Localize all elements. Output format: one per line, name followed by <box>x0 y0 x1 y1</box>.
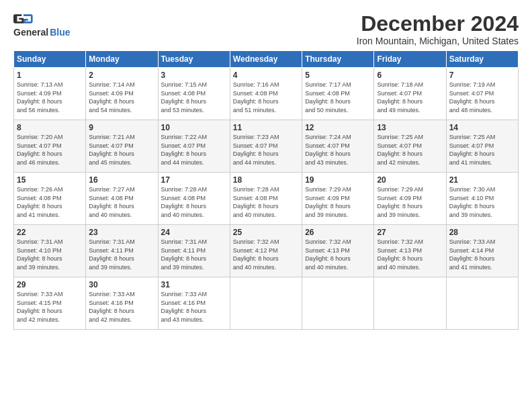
day-number: 20 <box>377 175 443 185</box>
day-detail: Sunrise: 7:33 AM Sunset: 4:14 PM Dayligh… <box>449 238 515 271</box>
day-number: 25 <box>233 228 299 237</box>
calendar-cell <box>374 277 446 330</box>
day-number: 6 <box>377 71 443 80</box>
day-number: 1 <box>17 71 83 80</box>
day-detail: Sunrise: 7:29 AM Sunset: 4:09 PM Dayligh… <box>305 185 371 219</box>
header: General Blue December 2024 Iron Mountain… <box>13 12 519 46</box>
day-number: 2 <box>89 71 154 80</box>
day-number: 9 <box>89 123 154 132</box>
weekday-header-tuesday: Tuesday <box>158 51 230 68</box>
calendar-cell: 12Sunrise: 7:24 AM Sunset: 4:07 PM Dayli… <box>302 120 374 173</box>
calendar-cell: 23Sunrise: 7:31 AM Sunset: 4:11 PM Dayli… <box>86 225 158 277</box>
day-detail: Sunrise: 7:13 AM Sunset: 4:09 PM Dayligh… <box>17 81 83 114</box>
day-detail: Sunrise: 7:18 AM Sunset: 4:07 PM Dayligh… <box>377 81 443 114</box>
day-number: 4 <box>233 71 299 80</box>
calendar-cell: 13Sunrise: 7:25 AM Sunset: 4:07 PM Dayli… <box>374 120 446 173</box>
day-number: 24 <box>161 228 227 237</box>
calendar-cell: 28Sunrise: 7:33 AM Sunset: 4:14 PM Dayli… <box>446 225 518 277</box>
day-number: 21 <box>449 175 515 185</box>
calendar-cell: 1Sunrise: 7:13 AM Sunset: 4:09 PM Daylig… <box>14 68 86 120</box>
calendar-cell: 22Sunrise: 7:31 AM Sunset: 4:10 PM Dayli… <box>14 225 86 277</box>
day-detail: Sunrise: 7:25 AM Sunset: 4:07 PM Dayligh… <box>449 133 515 167</box>
day-number: 23 <box>89 228 154 237</box>
day-detail: Sunrise: 7:26 AM Sunset: 4:08 PM Dayligh… <box>17 185 83 219</box>
page: General Blue December 2024 Iron Mountain… <box>0 0 532 411</box>
calendar-cell <box>446 277 518 330</box>
day-detail: Sunrise: 7:16 AM Sunset: 4:08 PM Dayligh… <box>233 81 299 114</box>
day-detail: Sunrise: 7:33 AM Sunset: 4:16 PM Dayligh… <box>89 290 154 324</box>
logo-icon <box>13 12 34 26</box>
calendar-cell: 4Sunrise: 7:16 AM Sunset: 4:08 PM Daylig… <box>230 68 302 120</box>
day-number: 11 <box>233 123 299 132</box>
day-number: 31 <box>161 280 227 289</box>
day-number: 16 <box>89 175 154 185</box>
calendar-week-4: 22Sunrise: 7:31 AM Sunset: 4:10 PM Dayli… <box>14 225 519 277</box>
day-detail: Sunrise: 7:32 AM Sunset: 4:13 PM Dayligh… <box>305 238 371 271</box>
day-number: 10 <box>161 123 227 132</box>
calendar-cell: 11Sunrise: 7:23 AM Sunset: 4:07 PM Dayli… <box>230 120 302 173</box>
calendar-cell <box>302 277 374 330</box>
day-detail: Sunrise: 7:14 AM Sunset: 4:09 PM Dayligh… <box>89 81 154 114</box>
day-number: 30 <box>89 280 154 289</box>
calendar-cell: 30Sunrise: 7:33 AM Sunset: 4:16 PM Dayli… <box>86 277 158 330</box>
day-detail: Sunrise: 7:31 AM Sunset: 4:10 PM Dayligh… <box>17 238 83 271</box>
day-detail: Sunrise: 7:20 AM Sunset: 4:07 PM Dayligh… <box>17 133 83 167</box>
calendar-cell: 19Sunrise: 7:29 AM Sunset: 4:09 PM Dayli… <box>302 173 374 225</box>
calendar-cell: 31Sunrise: 7:33 AM Sunset: 4:16 PM Dayli… <box>158 277 230 330</box>
day-detail: Sunrise: 7:33 AM Sunset: 4:16 PM Dayligh… <box>161 290 227 324</box>
day-detail: Sunrise: 7:28 AM Sunset: 4:08 PM Dayligh… <box>161 185 227 219</box>
weekday-header-wednesday: Wednesday <box>230 51 302 68</box>
calendar-week-2: 8Sunrise: 7:20 AM Sunset: 4:07 PM Daylig… <box>14 120 519 173</box>
day-number: 3 <box>161 71 227 80</box>
day-detail: Sunrise: 7:31 AM Sunset: 4:11 PM Dayligh… <box>89 238 154 271</box>
day-detail: Sunrise: 7:17 AM Sunset: 4:08 PM Dayligh… <box>305 81 371 114</box>
calendar-cell: 10Sunrise: 7:22 AM Sunset: 4:07 PM Dayli… <box>158 120 230 173</box>
calendar-title: December 2024 <box>357 12 519 36</box>
calendar-cell: 3Sunrise: 7:15 AM Sunset: 4:08 PM Daylig… <box>158 68 230 120</box>
day-number: 15 <box>17 175 83 185</box>
weekday-header-sunday: Sunday <box>14 51 86 68</box>
calendar-cell: 17Sunrise: 7:28 AM Sunset: 4:08 PM Dayli… <box>158 173 230 225</box>
day-detail: Sunrise: 7:31 AM Sunset: 4:11 PM Dayligh… <box>161 238 227 271</box>
day-number: 5 <box>305 71 371 80</box>
day-number: 18 <box>233 175 299 185</box>
day-detail: Sunrise: 7:25 AM Sunset: 4:07 PM Dayligh… <box>377 133 443 167</box>
calendar-cell: 2Sunrise: 7:14 AM Sunset: 4:09 PM Daylig… <box>86 68 158 120</box>
day-number: 13 <box>377 123 443 132</box>
calendar-cell: 9Sunrise: 7:21 AM Sunset: 4:07 PM Daylig… <box>86 120 158 173</box>
logo-general: General <box>13 27 48 38</box>
calendar-cell <box>230 277 302 330</box>
calendar-cell: 15Sunrise: 7:26 AM Sunset: 4:08 PM Dayli… <box>14 173 86 225</box>
day-number: 8 <box>17 123 83 132</box>
calendar-cell: 27Sunrise: 7:32 AM Sunset: 4:13 PM Dayli… <box>374 225 446 277</box>
calendar-cell: 21Sunrise: 7:30 AM Sunset: 4:10 PM Dayli… <box>446 173 518 225</box>
day-number: 19 <box>305 175 371 185</box>
calendar-cell: 8Sunrise: 7:20 AM Sunset: 4:07 PM Daylig… <box>14 120 86 173</box>
day-detail: Sunrise: 7:32 AM Sunset: 4:12 PM Dayligh… <box>233 238 299 271</box>
calendar-subtitle: Iron Mountain, Michigan, United States <box>357 36 519 46</box>
day-detail: Sunrise: 7:23 AM Sunset: 4:07 PM Dayligh… <box>233 133 299 167</box>
calendar-cell: 24Sunrise: 7:31 AM Sunset: 4:11 PM Dayli… <box>158 225 230 277</box>
calendar-week-1: 1Sunrise: 7:13 AM Sunset: 4:09 PM Daylig… <box>14 68 519 120</box>
calendar-week-5: 29Sunrise: 7:33 AM Sunset: 4:15 PM Dayli… <box>14 277 519 330</box>
day-number: 22 <box>17 228 83 237</box>
calendar-cell: 18Sunrise: 7:28 AM Sunset: 4:08 PM Dayli… <box>230 173 302 225</box>
weekday-header-monday: Monday <box>86 51 158 68</box>
day-number: 14 <box>449 123 515 132</box>
title-block: December 2024 Iron Mountain, Michigan, U… <box>357 12 519 46</box>
calendar-cell: 20Sunrise: 7:29 AM Sunset: 4:09 PM Dayli… <box>374 173 446 225</box>
day-number: 26 <box>305 228 371 237</box>
day-detail: Sunrise: 7:27 AM Sunset: 4:08 PM Dayligh… <box>89 185 154 219</box>
calendar-cell: 6Sunrise: 7:18 AM Sunset: 4:07 PM Daylig… <box>374 68 446 120</box>
calendar-cell: 14Sunrise: 7:25 AM Sunset: 4:07 PM Dayli… <box>446 120 518 173</box>
day-detail: Sunrise: 7:30 AM Sunset: 4:10 PM Dayligh… <box>449 185 515 219</box>
calendar-cell: 29Sunrise: 7:33 AM Sunset: 4:15 PM Dayli… <box>14 277 86 330</box>
day-detail: Sunrise: 7:33 AM Sunset: 4:15 PM Dayligh… <box>17 290 83 324</box>
weekday-header-saturday: Saturday <box>446 51 518 68</box>
logo-text-row: General Blue <box>13 27 70 38</box>
calendar-cell: 7Sunrise: 7:19 AM Sunset: 4:07 PM Daylig… <box>446 68 518 120</box>
calendar-cell: 5Sunrise: 7:17 AM Sunset: 4:08 PM Daylig… <box>302 68 374 120</box>
day-number: 28 <box>449 228 515 237</box>
day-detail: Sunrise: 7:29 AM Sunset: 4:09 PM Dayligh… <box>377 185 443 219</box>
day-number: 27 <box>377 228 443 237</box>
